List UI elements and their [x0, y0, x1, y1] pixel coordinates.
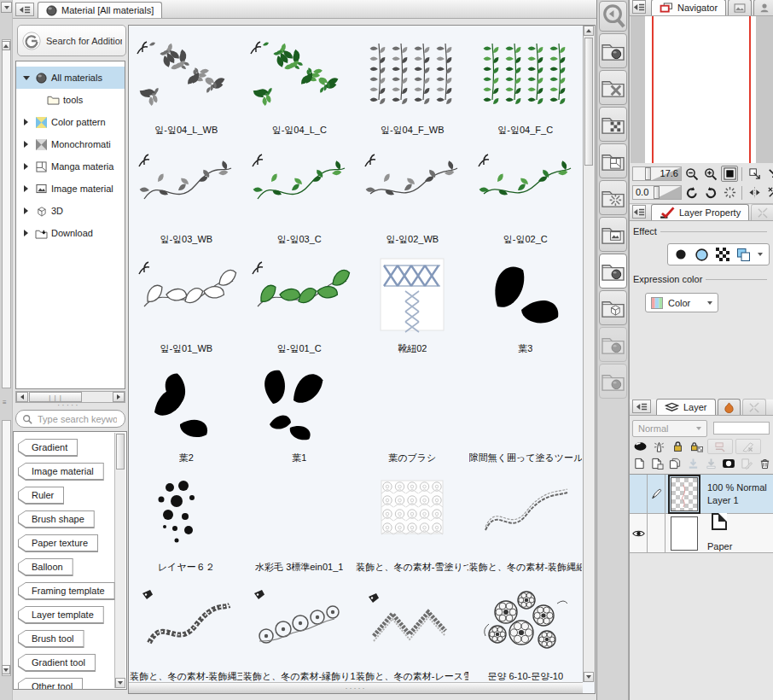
tag-paper-texture[interactable]: Paper texture [18, 534, 98, 552]
navigator-preview[interactable] [631, 16, 773, 163]
material-item[interactable]: 잎-잎02_C [469, 138, 583, 248]
tag-balloon[interactable]: Balloon [18, 558, 73, 576]
lock-layer-button[interactable] [670, 439, 686, 454]
expander-icon[interactable] [21, 119, 31, 125]
tab-collapsed-3[interactable] [718, 399, 741, 415]
collapse-up-button[interactable] [2, 41, 10, 50]
expression-color-dropdown[interactable]: Color [645, 293, 718, 312]
tag-image-material[interactable]: Image material [18, 463, 104, 481]
reset-display-button[interactable] [764, 184, 773, 201]
new-folder-button[interactable] [668, 456, 683, 471]
material-item[interactable]: 잎-잎02_WB [356, 138, 469, 248]
scroll-left-button[interactable] [16, 392, 28, 402]
grid-vertical-scrollbar[interactable] [583, 26, 595, 682]
collapsed-panel-edge-2[interactable] [2, 420, 11, 676]
expander-icon[interactable] [21, 207, 31, 214]
material-item[interactable]: 잎-잎01_C [243, 248, 357, 357]
collapsed-panel-edge[interactable] [2, 39, 11, 388]
merge-with-lower-button[interactable] [704, 456, 719, 471]
tree-item-color-pattern[interactable]: Color pattern [16, 111, 125, 133]
rotate-cw-button[interactable] [702, 184, 719, 201]
materials-folder-b-button[interactable] [599, 364, 627, 399]
zoom-slider[interactable]: 17.6 [632, 166, 682, 181]
material-item[interactable]: レイヤー６２ [130, 466, 243, 575]
material-item[interactable]: 水彩毛 3標準ein01_1 [243, 466, 357, 575]
tag-gradient-tool[interactable]: Gradient tool [18, 654, 96, 672]
expander-icon[interactable] [21, 185, 31, 192]
grid-footer-grip[interactable]: ····· [129, 682, 583, 693]
scroll-up-button[interactable] [584, 26, 594, 36]
current-materials-folder-button[interactable] [599, 254, 627, 289]
tag-brush-tool[interactable]: Brush tool [18, 630, 84, 648]
scroll-down-button[interactable] [115, 678, 125, 688]
material-item[interactable]: 葉1 [243, 357, 357, 466]
monochromatic-folder-button[interactable] [599, 70, 627, 105]
tone-effect-button[interactable] [716, 248, 729, 261]
scrollbar-thumb[interactable] [116, 434, 125, 470]
splitter-dots[interactable]: ····· [57, 400, 80, 410]
materials-folder-a-button[interactable] [599, 327, 627, 362]
border-effect-button[interactable] [674, 248, 688, 261]
scroll-right-button[interactable] [113, 392, 125, 402]
layer-row-layer-1[interactable]: 100 % NormalLayer 1 [630, 475, 773, 514]
material-item[interactable]: 装飾と、冬の素材-装飾縄細 [469, 466, 583, 575]
tag-brush-shape[interactable]: Brush shape [18, 510, 95, 528]
panel-menu-icon[interactable] [15, 3, 34, 16]
transfer-to-lower-button[interactable] [686, 456, 701, 471]
tag-ruler[interactable]: Ruler [18, 487, 64, 505]
tab-subview[interactable] [728, 0, 752, 15]
fit-to-window-button[interactable] [746, 166, 763, 182]
tree-item-download[interactable]: Download [16, 222, 125, 244]
tab-material[interactable]: Material [All materials] [38, 2, 162, 18]
material-item[interactable]: 靴紐02 [356, 248, 469, 357]
layer-mask-button[interactable] [721, 456, 736, 471]
new-vector-layer-button[interactable] [650, 456, 665, 471]
flip-horizontal-button[interactable] [746, 184, 763, 201]
blend-mode-dropdown[interactable]: Normal [632, 420, 707, 437]
all-materials-folder-button[interactable] [599, 33, 627, 68]
material-item[interactable]: 葉2 [130, 357, 243, 466]
layer-thumbnail[interactable] [671, 516, 698, 551]
expander-icon[interactable] [21, 76, 31, 80]
tag-layer-template[interactable]: Layer template [18, 606, 104, 624]
effect-dropdown-arrow[interactable] [758, 253, 763, 256]
collapse-down-button[interactable] [1, 2, 12, 13]
tone-folder-button[interactable] [599, 107, 627, 142]
reset-rotation-button[interactable] [721, 184, 738, 201]
opacity-field[interactable] [713, 422, 770, 435]
material-item[interactable]: 葉のブラシ [356, 357, 469, 466]
tree-item-monochromati[interactable]: Monochromati [16, 133, 125, 155]
new-raster-layer-button[interactable] [632, 456, 648, 471]
tag-scrollbar[interactable] [114, 433, 125, 688]
lock-transparent-button[interactable] [689, 439, 705, 454]
material-item[interactable]: 잎-잎01_WB [130, 248, 243, 357]
manga-material-folder-button[interactable] [599, 143, 627, 178]
layer-row-paper[interactable]: Paper [630, 514, 773, 553]
material-item[interactable]: 잎-잎04_F_C [469, 29, 583, 138]
tag-other-tool[interactable]: Other tool [18, 678, 83, 690]
zoom-in-button[interactable] [702, 166, 719, 182]
image-material-folder-button[interactable] [599, 217, 627, 252]
material-item[interactable]: 装飾と、冬の素材-レース雪結晶ブ [356, 575, 469, 681]
ruler-range-button[interactable] [735, 439, 761, 454]
zoom-out-button[interactable] [683, 166, 700, 182]
tab-layer-property[interactable]: Layer Property [651, 204, 749, 220]
layer-color-toggle-button[interactable] [632, 439, 648, 454]
tab-layer[interactable]: Layer [656, 399, 716, 415]
tag-gradient[interactable]: Gradient [18, 439, 78, 457]
collapse-down-button-2[interactable] [2, 665, 10, 674]
actual-size-button[interactable] [764, 166, 773, 182]
material-item[interactable]: 문양 6-10-문양-10 [469, 575, 583, 681]
expander-icon[interactable] [21, 141, 31, 148]
watercolor-edge-button[interactable] [695, 248, 709, 262]
scrollbar-thumb[interactable] [584, 38, 593, 166]
tab-collapsed-1[interactable] [751, 204, 773, 220]
apply-mask-button[interactable] [739, 456, 754, 471]
expander-icon[interactable] [21, 230, 31, 236]
material-item[interactable]: 잎-잎04_L_C [243, 29, 357, 138]
tab-collapsed-4[interactable] [742, 399, 766, 415]
reference-layer-button[interactable] [651, 439, 667, 454]
rotate-slider[interactable]: 0.0 [632, 185, 682, 200]
scroll-down-button[interactable] [584, 672, 594, 682]
material-item[interactable]: 装飾と、冬の素材-雪塗りつぶし白 [356, 466, 469, 575]
